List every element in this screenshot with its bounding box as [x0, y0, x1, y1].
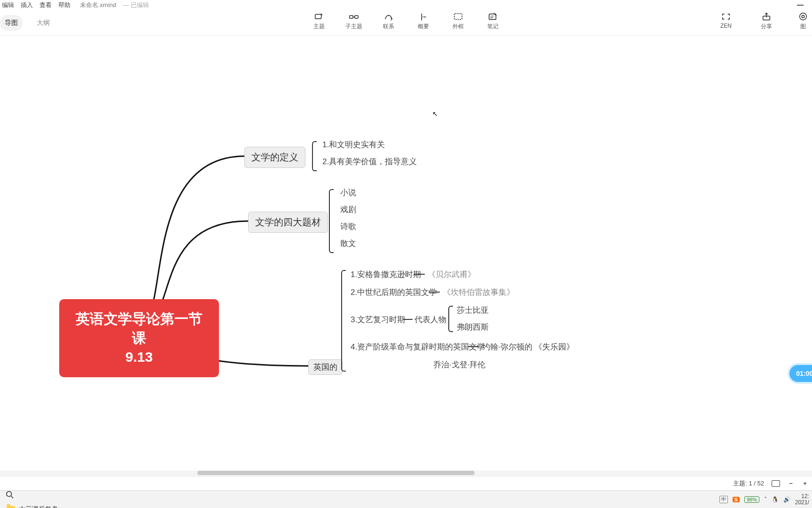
leaf-author-2[interactable]: 弗朗西斯 [457, 322, 489, 333]
leaf-representative[interactable]: 代表人物 [414, 314, 446, 325]
format-icon [798, 12, 808, 21]
taskbar-item-label: 大三课后复盘 [19, 505, 58, 508]
toolbar-note-button[interactable]: 笔记 [482, 12, 504, 31]
toolbar-zen-label: ZEN [720, 23, 732, 29]
menu-edit[interactable]: 编辑 [2, 1, 14, 9]
toolbar-boundary-label: 外框 [453, 23, 464, 31]
svg-point-6 [800, 13, 807, 20]
toolbar-row: 导图 大纲 主题 子主题 联系 概要 外框 [0, 10, 812, 36]
topic-icon [314, 12, 324, 21]
system-tray: 中 S 98% ˄ 🐧 🔊 12: 2021/ [719, 491, 809, 508]
toolbar-subtopic-button[interactable]: 子主题 [343, 12, 365, 31]
menu-help[interactable]: 帮助 [58, 1, 70, 9]
toolbar-topic-label: 主题 [313, 23, 325, 31]
menu-insert[interactable]: 插入 [21, 1, 33, 9]
leaf-period-4[interactable]: 4.资产阶级革命与复辟时期的英国文学 [351, 341, 485, 352]
zen-icon [721, 12, 731, 21]
bracket-icon [448, 306, 453, 332]
leaf-genre-3[interactable]: 诗歌 [340, 221, 356, 232]
summary-icon [418, 12, 429, 21]
node-genres[interactable]: 文学的四大题材 [248, 212, 328, 233]
leaf-period-1[interactable]: 1.安格鲁撒克逊时期 [351, 269, 421, 280]
status-bar: 主题: 1 / 52 − + [0, 476, 812, 490]
leaf-genre-4[interactable]: 散文 [340, 238, 356, 249]
connector-line [468, 346, 479, 347]
tab-outline[interactable]: 大纲 [32, 15, 55, 31]
tray-date[interactable]: 2021/ [795, 500, 809, 506]
connector-line [429, 292, 440, 293]
leaf-work-2[interactable]: 《坎特伯雷故事集》 [443, 287, 515, 298]
toolbar-topic-button[interactable]: 主题 [308, 12, 330, 31]
node-definition[interactable]: 文学的定义 [244, 147, 305, 168]
menu-view[interactable]: 查看 [39, 1, 52, 9]
leaf-genre-2[interactable]: 戏剧 [340, 204, 356, 215]
qq-icon[interactable]: 🐧 [772, 496, 779, 503]
svg-rect-1 [350, 16, 353, 18]
leaf-period-3[interactable]: 3.文艺复习时期 [351, 314, 405, 325]
leaf-work-1[interactable]: 《贝尔武甫》 [428, 269, 476, 280]
toolbar-share-button[interactable]: 分享 [756, 12, 777, 31]
chevron-up-icon[interactable]: ˄ [764, 496, 767, 503]
toolbar-zen-button[interactable]: ZEN [715, 12, 737, 29]
scrollbar-thumb[interactable] [197, 471, 475, 475]
leaf-def-2[interactable]: 2.具有美学价值，指导意义 [322, 156, 417, 167]
root-line1: 英语文学导论第一节课 [71, 310, 207, 348]
windows-taskbar: 大三课后复盘 X 未命名 中 S 98% ˄ 🐧 🔊 12: 2021/ [0, 490, 812, 508]
leaf-author-byron[interactable]: 乔治·戈登·拜伦 [433, 359, 485, 370]
recording-timer[interactable]: 01:00 [789, 365, 812, 382]
search-icon[interactable] [6, 491, 14, 499]
note-icon [488, 12, 498, 21]
toolbar-relationship-button[interactable]: 联系 [378, 12, 399, 31]
zoom-out-button[interactable]: − [788, 480, 794, 487]
volume-icon[interactable]: 🔊 [783, 496, 790, 503]
connector-line [414, 274, 425, 275]
battery-indicator[interactable]: 98% [744, 496, 759, 503]
toolbar-relationship-label: 联系 [383, 23, 394, 31]
bracket-icon [312, 141, 317, 171]
bracket-icon [341, 270, 346, 372]
toolbar-summary-button[interactable]: 概要 [413, 12, 434, 31]
toolbar-boundary-button[interactable]: 外框 [447, 12, 469, 31]
mindmap-canvas[interactable]: 英语文学导论第一节课 9.13 文学的定义 1.和文明史实有关 2.具有美学价值… [0, 36, 812, 470]
toolbar-format-label: 图 [800, 23, 806, 31]
relationship-icon [383, 12, 394, 21]
leaf-def-1[interactable]: 1.和文明史实有关 [322, 139, 385, 150]
svg-point-8 [7, 492, 12, 497]
toolbar-note-label: 笔记 [487, 23, 499, 31]
tab-mindmap[interactable]: 导图 [0, 15, 23, 31]
zoom-in-button[interactable]: + [802, 480, 808, 487]
cursor-icon: ↖ [432, 110, 438, 118]
toolbar-share-label: 分享 [761, 23, 772, 31]
taskbar-item-folder[interactable]: 大三课后复盘 [0, 501, 812, 508]
leaf-period-2[interactable]: 2.中世纪后期的英国文学 [351, 287, 437, 298]
leaf-work-4[interactable]: 约翰·弥尔顿的 《失乐园》 [482, 341, 574, 352]
boundary-icon [453, 12, 463, 21]
menu-bar: 编辑 插入 查看 帮助 未命名.xmind — 已编辑 [0, 0, 812, 10]
svg-rect-3 [454, 14, 462, 20]
ime-indicator[interactable]: 中 [719, 496, 728, 503]
root-line2: 9.13 [71, 348, 207, 367]
svg-rect-2 [355, 16, 358, 18]
document-edited-indicator: — 已编辑 [123, 1, 149, 9]
root-node[interactable]: 英语文学导论第一节课 9.13 [59, 299, 219, 377]
bracket-icon [329, 189, 334, 253]
svg-point-7 [802, 15, 804, 17]
sogou-icon[interactable]: S [733, 497, 740, 502]
window-minimize-button[interactable] [797, 5, 804, 6]
toolbar-summary-label: 概要 [418, 23, 429, 31]
node-british[interactable]: 英国的 [308, 359, 343, 375]
toolbar-subtopic-label: 子主题 [345, 23, 362, 31]
svg-rect-0 [315, 14, 321, 18]
toolbar-format-button[interactable]: 图 [796, 12, 810, 31]
minimap-button[interactable] [772, 480, 780, 487]
horizontal-scrollbar[interactable] [0, 470, 812, 476]
svg-rect-4 [489, 14, 496, 20]
share-icon [761, 12, 772, 21]
status-topic-count: 主题: 1 / 52 [733, 479, 764, 488]
connectors [0, 36, 812, 470]
leaf-genre-1[interactable]: 小说 [340, 187, 356, 198]
document-filename: 未命名.xmind [80, 1, 116, 9]
connector-line [403, 319, 413, 320]
subtopic-icon [349, 12, 359, 21]
leaf-author-1[interactable]: 莎士比亚 [457, 305, 489, 316]
